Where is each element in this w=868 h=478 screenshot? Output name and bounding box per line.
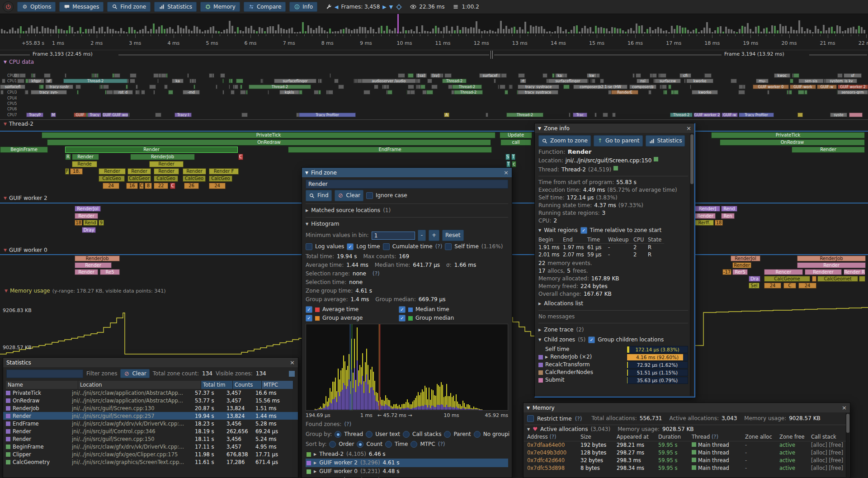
cpu-zone-a[interactable]: A <box>444 113 449 117</box>
toolbar-button-statistics[interactable]: Statistics <box>154 2 197 12</box>
expand-icon[interactable]: ▶ <box>314 467 316 476</box>
cpu-zone[interactable] <box>328 90 333 95</box>
cpu-zone-tracy-syn[interactable]: tracy_syn- <box>31 90 67 95</box>
collapse-icon[interactable]: ▼ <box>306 220 308 228</box>
cpu-zone-sensors-grm[interactable]: sensors-grm <box>837 90 868 95</box>
timeline-zone-render[interactable]: Render <box>127 168 151 175</box>
appeared-cell[interactable]: 298.3 ms <box>615 457 656 464</box>
timeline-zone-privatetick[interactable]: PrivateTick <box>42 132 495 138</box>
sort-by-radio-order[interactable] <box>329 441 336 448</box>
column-header-name[interactable]: Name <box>6 381 78 389</box>
timeline-zone-22[interactable]: 22 <box>154 183 168 189</box>
cpu-zone[interactable] <box>222 90 224 95</box>
cpu-zone[interactable] <box>130 79 135 83</box>
cpu-zone[interactable] <box>374 85 378 89</box>
cpu-zone[interactable] <box>704 73 712 78</box>
min-bin-input[interactable] <box>372 232 415 240</box>
expand-icon[interactable]: ▶ <box>545 353 548 361</box>
cpu-zone[interactable] <box>149 85 156 89</box>
find-button[interactable]: Find <box>306 190 332 201</box>
cpu-zone[interactable] <box>262 79 263 83</box>
toolbar-button-options[interactable]: ⚙Options <box>17 2 56 12</box>
column-header-address[interactable]: Address (?) <box>525 433 579 441</box>
timeline-zone-24[interactable]: 24 <box>764 283 781 289</box>
cpu-zone-guif-worker-2[interactable]: GUIF worker 2 <box>693 113 721 117</box>
column-header-zone-alloc[interactable]: Zone alloc <box>743 433 778 441</box>
cpu-zone[interactable] <box>246 90 248 95</box>
cpu-zone-guif-work[interactable]: GUIF-work <box>790 85 816 89</box>
memory-titlebar[interactable]: ▼ Memory × <box>524 403 850 412</box>
zone-group-thread-2[interactable]: ▶Thread-2(4,105)6.46 s <box>306 450 508 459</box>
cpu-zone-thread-2[interactable]: Thread-2 <box>670 113 693 117</box>
allocation-row-0x7e049b3d00[interactable]: 0x7e049b3d00128 bytes298.27 ms59.95 sMai… <box>525 449 848 457</box>
power-button[interactable] <box>3 1 14 12</box>
collapse-icon[interactable]: ▼ <box>4 248 7 252</box>
time-ruler[interactable]: +55.83 s 1 ms2 ms3 ms4 ms5 ms6 ms7 ms8 m… <box>0 34 868 50</box>
column-header-duration[interactable]: Duration <box>656 433 690 441</box>
address-cell[interactable]: 0x7dfc53d898 <box>525 464 579 472</box>
cpu-zone[interactable] <box>191 79 194 83</box>
timeline-zone-onredraw[interactable]: OnRedraw <box>47 139 491 146</box>
cpu-zone[interactable] <box>231 90 235 95</box>
group-by-radio-call-stacks[interactable] <box>403 431 410 438</box>
cpu-zone[interactable] <box>837 73 843 78</box>
cpu-zone[interactable] <box>398 73 405 78</box>
cpu-zone[interactable] <box>128 113 130 117</box>
wait-column-cpu[interactable]: CPU <box>633 236 648 244</box>
cpu-zone-composer-2-1-se-hw[interactable]: composer@2.1-se (HW <box>573 85 627 89</box>
cpu-zone-tracy[interactable]: Tracy <box>88 113 101 117</box>
cpu-zone[interactable] <box>739 85 743 89</box>
timeline-zone-dray[interactable]: Dray <box>82 227 96 233</box>
statistics-row-renderjob[interactable]: RenderJobjni/../jni/src/guif/Screen.cpp:… <box>3 404 298 412</box>
timeline-zone-t[interactable]: T <box>511 154 515 160</box>
cpu-zone[interactable] <box>738 90 745 95</box>
cpu-zone-thread-2[interactable]: Thread-2 <box>454 90 483 95</box>
timeline-zone-calcgeo[interactable]: CalcGeo <box>183 175 206 182</box>
address-cell[interactable]: 0x7dfaa64e00 <box>525 441 579 449</box>
checkbox-cumulate-time[interactable] <box>383 243 390 250</box>
collapse-icon[interactable]: ▼ <box>4 60 7 64</box>
cpu-zone-tracyp[interactable]: TracyP <box>26 113 43 117</box>
timeline-zone-calcgeo[interactable]: CalcGeo <box>209 175 232 182</box>
column-header-call-stack[interactable]: Call stack <box>809 433 848 441</box>
cpu-zone[interactable] <box>19 73 26 78</box>
cpu-zone[interactable] <box>569 113 571 117</box>
timeline-zone-renderjob[interactable]: RenderJob <box>130 154 195 160</box>
timeline-zone-render[interactable]: Render <box>75 269 98 275</box>
timeline-zone-sel[interactable]: Sel <box>749 283 760 289</box>
thread-header-guif-worker-2[interactable]: ▼GUIF worker 2 <box>4 195 47 201</box>
legend-item-group-average[interactable]: ✓Group average <box>306 314 396 322</box>
column-header-total-tim[interactable]: Total tim <box>201 381 233 389</box>
appeared-cell[interactable]: 298.27 ms <box>615 449 656 457</box>
timeline-zone-render[interactable]: Render <box>65 147 238 153</box>
cpu-zone[interactable] <box>268 90 269 95</box>
timeline-zone-26[interactable]: 26 <box>184 183 199 189</box>
memory-usage-header[interactable]: ▼ Memory usage (y-range: 178.27 KB, visi… <box>5 288 165 294</box>
cpu-zone[interactable] <box>0 90 4 95</box>
cpu-zone[interactable] <box>790 79 793 83</box>
cpu-zone-rendere[interactable]: RenderE <box>611 90 638 95</box>
cpu-zone-kfgpr[interactable]: kfgpr <box>28 79 44 83</box>
timeline-zone-render[interactable]: Render <box>792 147 865 153</box>
find-zone-search-input[interactable] <box>306 180 508 189</box>
timeline-zone-renderjol[interactable]: RenderJol <box>731 256 760 261</box>
timeline-zone-render[interactable]: Render <box>183 168 206 175</box>
cpu-zone[interactable] <box>40 85 44 89</box>
timeline-zone-update[interactable]: Update <box>500 132 532 138</box>
timeline-zone-render[interactable]: Render <box>154 168 179 175</box>
location-value[interactable]: jni/../jni/src/guif/Screen.cpp:150 <box>566 157 652 165</box>
cpu-zone[interactable] <box>187 73 189 78</box>
cpu-zone-tracy-systrace[interactable]: tracy_systrace <box>518 85 559 89</box>
timeline-zone-24[interactable]: 24 <box>798 283 816 289</box>
appeared-cell[interactable]: 298.21 ms <box>615 441 656 449</box>
timeline-zone-render[interactable]: Render <box>149 161 184 167</box>
timeline-zone-call[interactable]: call <box>500 139 531 146</box>
clear-button[interactable]: Clear <box>335 190 363 201</box>
cpu-zone[interactable] <box>788 90 789 95</box>
timeline-zone-zone[interactable] <box>859 276 865 282</box>
expand-icon[interactable]: ▶ <box>314 450 316 459</box>
timeline-zone-c[interactable]: C <box>170 183 175 189</box>
sort-by-radio-time[interactable] <box>385 441 392 448</box>
timeline-zone-rend[interactable]: Rend <box>721 206 737 212</box>
cpu-zone-tracy-i[interactable]: Tracy I <box>175 113 192 117</box>
